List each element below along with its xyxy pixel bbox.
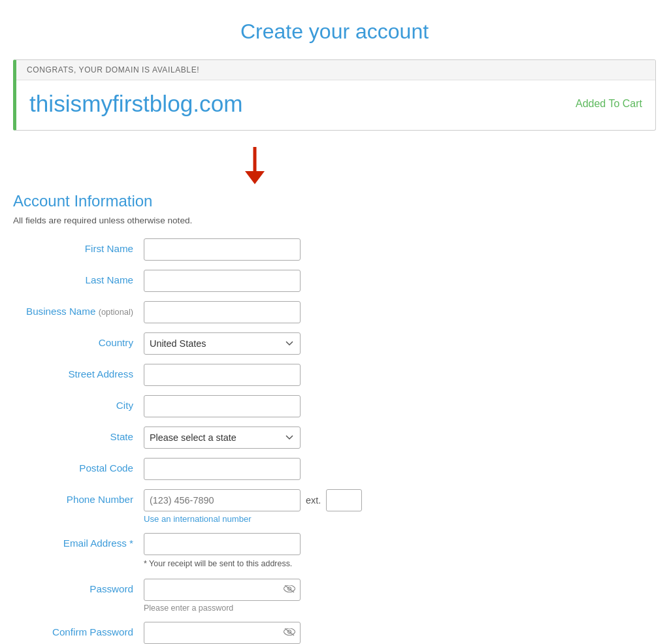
password-toggle-icon[interactable]	[284, 584, 295, 596]
state-row: State Please select a state Alabama Alas…	[13, 427, 656, 449]
street-address-label: Street Address	[13, 364, 144, 379]
state-select[interactable]: Please select a state Alabama Alaska Ari…	[144, 427, 301, 449]
state-label: State	[13, 427, 144, 442]
page-title: Create your account	[13, 20, 656, 44]
cart-status: Added To Cart	[576, 98, 642, 110]
city-row: City	[13, 395, 656, 417]
first-name-row: First Name	[13, 238, 656, 261]
phone-field-group: ext. Use an international number	[144, 489, 362, 524]
postal-code-input[interactable]	[144, 458, 301, 480]
street-address-row: Street Address	[13, 364, 656, 386]
postal-code-row: Postal Code	[13, 458, 656, 480]
last-name-input[interactable]	[144, 270, 301, 292]
first-name-input[interactable]	[144, 238, 301, 261]
business-name-input[interactable]	[144, 301, 301, 323]
password-wrapper	[144, 579, 301, 601]
confirm-password-input[interactable]	[144, 622, 301, 644]
phone-number-label: Phone Number	[13, 489, 144, 505]
city-input[interactable]	[144, 395, 301, 417]
confirm-password-label: Confirm Password	[13, 622, 144, 637]
phone-input[interactable]	[144, 489, 301, 511]
congrats-message: CONGRATS, YOUR DOMAIN IS AVAILABLE!	[16, 60, 655, 80]
country-select[interactable]: United States Canada United Kingdom Aust…	[144, 332, 301, 355]
section-title: Account Information	[13, 192, 656, 210]
business-name-row: Business Name (optional)	[13, 301, 656, 323]
first-name-label: First Name	[13, 238, 144, 254]
email-note: * Your receipt will be sent to this addr…	[144, 558, 301, 570]
email-input[interactable]	[144, 533, 301, 555]
account-form: First Name Last Name Business Name (opti…	[13, 238, 656, 644]
confirm-password-row: Confirm Password	[13, 622, 656, 644]
city-label: City	[13, 395, 144, 411]
postal-code-label: Postal Code	[13, 458, 144, 474]
password-hint: Please enter a password	[144, 604, 301, 613]
business-name-label: Business Name (optional)	[13, 301, 144, 317]
last-name-label: Last Name	[13, 270, 144, 285]
phone-number-row: Phone Number ext. Use an international n…	[13, 489, 656, 524]
svg-marker-1	[245, 171, 265, 184]
password-input[interactable]	[144, 579, 301, 601]
email-field-group: * Your receipt will be sent to this addr…	[144, 533, 301, 570]
domain-name: thisismyfirstblog.com	[29, 91, 243, 117]
confirm-password-toggle-icon[interactable]	[284, 627, 295, 639]
password-field-group: Please enter a password	[144, 579, 301, 613]
ext-label: ext.	[306, 495, 321, 506]
required-note: All fields are required unless otherwise…	[13, 216, 656, 225]
domain-banner: CONGRATS, YOUR DOMAIN IS AVAILABLE! this…	[13, 59, 656, 131]
password-row: Password Please enter a password	[13, 579, 656, 613]
password-label: Password	[13, 579, 144, 594]
intl-number-link[interactable]: Use an international number	[144, 514, 362, 524]
last-name-row: Last Name	[13, 270, 656, 292]
email-address-label: Email Address *	[13, 533, 144, 549]
arrow-indicator	[235, 144, 656, 192]
confirm-password-wrapper	[144, 622, 301, 644]
email-address-row: Email Address * * Your receipt will be s…	[13, 533, 656, 570]
ext-input[interactable]	[326, 489, 362, 511]
country-row: Country United States Canada United King…	[13, 332, 656, 355]
country-label: Country	[13, 332, 144, 348]
street-address-input[interactable]	[144, 364, 301, 386]
